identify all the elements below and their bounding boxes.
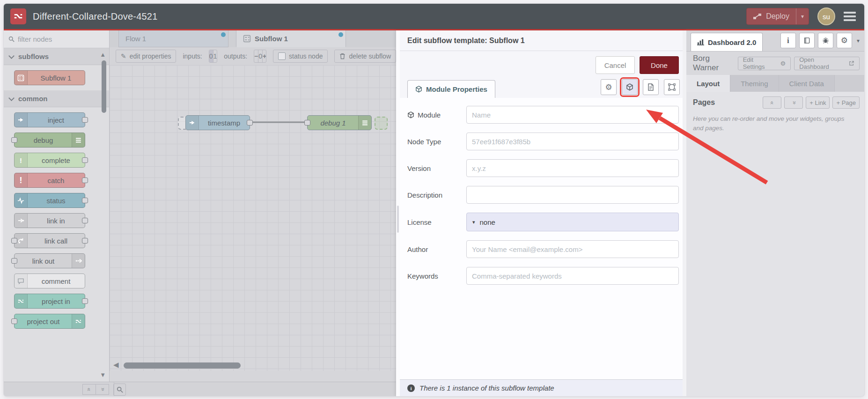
project-in-icon bbox=[15, 294, 28, 308]
tab-client-data[interactable]: Client Data bbox=[779, 75, 835, 92]
flow-canvas[interactable]: timestamp debug 1 ◀ bbox=[110, 65, 396, 371]
canvas-node-timestamp[interactable]: timestamp bbox=[185, 115, 250, 130]
double-chevron-down-icon: « bbox=[99, 387, 105, 391]
double-chevron-up-icon: « bbox=[769, 101, 775, 104]
description-input[interactable] bbox=[466, 186, 679, 204]
open-dashboard-button[interactable]: Open Dashboard bbox=[794, 57, 860, 70]
palette-node-inject[interactable]: inject bbox=[14, 112, 85, 127]
sidebar-splitter[interactable] bbox=[683, 30, 686, 396]
output-port[interactable] bbox=[247, 120, 253, 126]
workspace-title: Different-Collared-Dove-4521 bbox=[33, 11, 157, 22]
input-port[interactable] bbox=[11, 258, 17, 264]
input-port[interactable] bbox=[304, 120, 310, 126]
collapse-all-button[interactable]: « bbox=[763, 96, 781, 109]
version-input[interactable] bbox=[466, 159, 679, 177]
cancel-button[interactable]: Cancel bbox=[596, 56, 635, 74]
tab-dashboard-2[interactable]: Dashboard 2.0 bbox=[691, 33, 763, 51]
output-port[interactable] bbox=[82, 198, 88, 203]
palette-scrollbar-thumb[interactable] bbox=[102, 60, 106, 113]
description-section-button[interactable] bbox=[643, 79, 659, 95]
palette-node-link-out[interactable]: link out bbox=[14, 253, 85, 268]
output-port[interactable] bbox=[82, 117, 88, 123]
workspace-column: Flow 1 Subflow 1 ✎ edit properties input… bbox=[110, 30, 396, 382]
module-properties-section-button[interactable] bbox=[622, 79, 638, 95]
outputs-decrease-button[interactable]: − bbox=[254, 50, 258, 62]
canvas-node-debug-1[interactable]: debug 1 bbox=[307, 115, 372, 130]
deploy-button[interactable]: Deploy ▾ bbox=[746, 8, 809, 25]
tab-flow-1[interactable]: Flow 1 bbox=[118, 30, 228, 47]
license-select[interactable]: ▾ none bbox=[466, 213, 679, 231]
config-tab-button[interactable]: ⚙ bbox=[837, 33, 852, 48]
palette-node-debug[interactable]: debug bbox=[14, 133, 85, 148]
canvas-search-button[interactable] bbox=[113, 384, 126, 396]
properties-section-button[interactable]: ⚙ bbox=[601, 79, 617, 95]
palette-node-project-in[interactable]: project in bbox=[14, 294, 85, 309]
palette-node-link-in[interactable]: link in bbox=[14, 213, 85, 228]
tray-resize-grip[interactable] bbox=[397, 206, 399, 233]
help-tab-button[interactable] bbox=[799, 33, 815, 48]
delete-subflow-button[interactable]: delete subflow bbox=[334, 50, 396, 63]
palette-category-common[interactable]: common bbox=[4, 90, 109, 107]
palette-collapse-down-button[interactable]: « bbox=[96, 384, 109, 395]
horizontal-scrollbar-thumb[interactable] bbox=[124, 362, 241, 369]
output-port[interactable] bbox=[82, 218, 88, 223]
main-menu-button[interactable] bbox=[844, 12, 856, 21]
done-button[interactable]: Done bbox=[640, 56, 679, 74]
palette-node-complete[interactable]: ! complete bbox=[14, 153, 85, 168]
palette-node-link-call[interactable]: link call bbox=[14, 233, 85, 248]
palette-node-project-out[interactable]: project out bbox=[14, 314, 85, 329]
output-port[interactable] bbox=[82, 298, 88, 304]
output-port[interactable] bbox=[82, 157, 88, 163]
status-node-toggle[interactable]: status node bbox=[273, 50, 328, 63]
palette-collapse-up-button[interactable]: « bbox=[82, 384, 96, 395]
output-port[interactable] bbox=[82, 177, 88, 183]
pages-title: Pages bbox=[693, 98, 715, 107]
inputs-option-1[interactable]: 1 bbox=[213, 50, 217, 62]
palette-node-comment[interactable]: comment bbox=[14, 273, 85, 288]
palette-node-status[interactable]: status bbox=[14, 193, 85, 208]
author-input[interactable] bbox=[466, 240, 679, 258]
add-link-button[interactable]: + Link bbox=[806, 96, 830, 109]
node-type-field-label: Node Type bbox=[407, 138, 466, 146]
sidebar-menu-caret[interactable]: ▾ bbox=[857, 37, 860, 44]
palette-filter[interactable]: filter nodes bbox=[4, 30, 109, 48]
expand-all-button[interactable]: « bbox=[784, 96, 803, 109]
outputs-count[interactable]: 0 bbox=[258, 50, 262, 62]
info-icon: i bbox=[787, 36, 789, 45]
tab-layout[interactable]: Layout bbox=[686, 75, 730, 93]
scroll-left-icon[interactable]: ◀ bbox=[113, 361, 119, 369]
tab-theming[interactable]: Theming bbox=[730, 75, 779, 92]
inputs-option-0[interactable]: 0 bbox=[209, 50, 213, 62]
appearance-section-button[interactable] bbox=[664, 79, 680, 95]
caret-down-icon: ▾ bbox=[472, 219, 475, 225]
add-page-button[interactable]: + Page bbox=[832, 96, 860, 109]
palette-scroll-up-icon[interactable]: ▲ bbox=[100, 51, 106, 58]
deploy-options-caret[interactable]: ▾ bbox=[796, 8, 809, 24]
tab-subflow-1[interactable]: Subflow 1 bbox=[236, 30, 346, 47]
status-node-label: status node bbox=[289, 52, 323, 60]
keywords-input[interactable] bbox=[466, 267, 679, 285]
module-input[interactable] bbox=[466, 106, 679, 124]
input-port[interactable] bbox=[11, 137, 17, 143]
instance-count-message: There is 1 instance of this subflow temp… bbox=[419, 384, 554, 392]
edit-settings-button[interactable]: Edit Settings ⚙ bbox=[738, 57, 791, 70]
palette-node-catch[interactable]: ! catch bbox=[14, 173, 85, 188]
palette-scroll-down-icon[interactable]: ▼ bbox=[100, 371, 106, 378]
tab-module-properties[interactable]: Module Properties bbox=[407, 80, 495, 98]
palette-node-label: link call bbox=[32, 237, 67, 245]
subflow-output-stub[interactable] bbox=[375, 117, 388, 130]
node-type-input[interactable] bbox=[466, 133, 679, 150]
palette-category-subflows[interactable]: subflows bbox=[4, 48, 109, 65]
delete-subflow-label: delete subflow bbox=[349, 52, 391, 60]
palette-node-subflow-1[interactable]: Subflow 1 bbox=[14, 70, 85, 85]
input-port[interactable] bbox=[11, 318, 17, 324]
debug-tab-button[interactable] bbox=[818, 33, 833, 48]
outputs-increase-button[interactable]: + bbox=[262, 50, 266, 62]
info-tab-button[interactable]: i bbox=[780, 33, 796, 48]
palette-node-label: debug bbox=[34, 136, 66, 144]
output-port[interactable] bbox=[82, 238, 88, 244]
edit-properties-button[interactable]: ✎ edit properties bbox=[116, 50, 176, 63]
input-port[interactable] bbox=[11, 238, 17, 244]
user-avatar[interactable]: su bbox=[817, 7, 835, 25]
license-value: none bbox=[480, 218, 495, 226]
